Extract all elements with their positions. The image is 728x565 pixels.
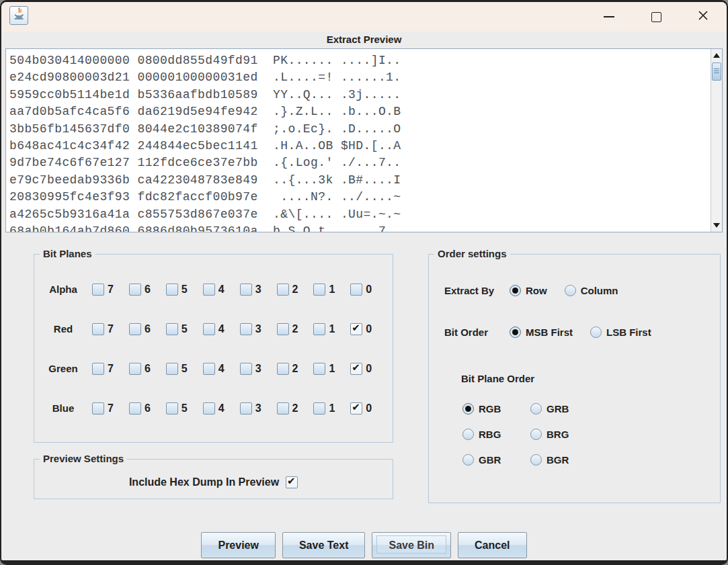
hexdump-area[interactable]: 504b030414000000 0800dd855d49fd91 PK....…: [5, 48, 723, 232]
include-hex-row: Include Hex Dump In Preview: [34, 474, 393, 490]
bitplane-checkbox-red-7[interactable]: [92, 323, 104, 335]
bitplane-checkbox-alpha-3[interactable]: [240, 284, 252, 296]
bitplane-checkbox-green-2[interactable]: [277, 363, 289, 375]
bitplane-item: 3: [240, 284, 261, 296]
bitplane-checkbox-alpha-4[interactable]: [203, 284, 215, 296]
bitplane-checkbox-alpha-5[interactable]: [166, 284, 178, 296]
bitplane-item: 0: [350, 284, 372, 296]
bitplane-item: 5: [166, 323, 188, 335]
bitplane-checkbox-blue-0[interactable]: [350, 402, 362, 415]
bitplane-checkbox-green-4[interactable]: [203, 363, 215, 375]
java-icon-button[interactable]: [9, 6, 28, 25]
bitplane-checkbox-green-1[interactable]: [313, 363, 325, 375]
bitplane-checkbox-green-0[interactable]: [350, 363, 362, 375]
bitplane-bit-label: 2: [292, 284, 298, 296]
bitplane-checkbox-alpha-0[interactable]: [350, 284, 362, 296]
radio-option-column[interactable]: Column: [565, 285, 618, 296]
bitplane-bit-label: 7: [108, 284, 114, 296]
radio-bgr[interactable]: [530, 454, 542, 466]
bitplane-item: 3: [240, 363, 261, 375]
bitplane-item: 6: [129, 284, 151, 296]
bitplane-checkbox-alpha-6[interactable]: [129, 284, 141, 296]
bitplane-checkbox-red-4[interactable]: [203, 323, 215, 335]
radio-option-rgb[interactable]: RGB: [462, 403, 513, 415]
radio-option-grb[interactable]: GRB: [530, 403, 569, 415]
radio-label-gbr: GBR: [479, 454, 501, 466]
bitplane-checkbox-blue-1[interactable]: [313, 402, 325, 415]
radio-option-gbr[interactable]: GBR: [462, 454, 513, 466]
bitplane-items: 76543210: [92, 363, 372, 375]
radio-msb-first[interactable]: [510, 327, 521, 338]
radio-brg[interactable]: [530, 429, 542, 440]
bitplane-bit-label: 2: [292, 363, 298, 375]
radio-rbg[interactable]: [462, 429, 474, 440]
bitplane-checkbox-red-5[interactable]: [166, 323, 178, 335]
bitplane-item: 5: [166, 402, 188, 415]
radio-column[interactable]: [565, 285, 576, 296]
radio-option-rbg[interactable]: RBG: [462, 429, 513, 440]
scrollbar-down-button[interactable]: [711, 220, 722, 231]
bitplane-items: 76543210: [92, 323, 372, 335]
radio-row[interactable]: [510, 285, 521, 296]
scrollbar-track[interactable]: [711, 49, 722, 232]
bitplane-checkbox-green-6[interactable]: [129, 363, 141, 375]
titlebar[interactable]: [1, 2, 727, 32]
bitplane-item: 0: [350, 402, 372, 415]
bitplane-bit-label: 0: [366, 284, 372, 296]
bitplane-checkbox-red-1[interactable]: [313, 323, 325, 335]
bitplane-bit-label: 5: [181, 323, 188, 335]
radio-label-row: Row: [526, 285, 547, 296]
cancel-button[interactable]: Cancel: [458, 532, 526, 558]
hexdump-line: a4265c5b9316a41a c855753d867e037e .&\[..…: [9, 206, 709, 223]
radio-label-rbg: RBG: [479, 429, 501, 440]
minimize-button[interactable]: [585, 2, 633, 32]
bitplane-checkbox-blue-3[interactable]: [240, 402, 252, 415]
bitplane-checkbox-alpha-1[interactable]: [313, 284, 325, 296]
bitplane-checkbox-blue-6[interactable]: [129, 402, 141, 415]
scrollbar-thumb[interactable]: [712, 62, 721, 81]
bitplane-checkbox-blue-7[interactable]: [92, 402, 104, 415]
bitplane-item: 1: [313, 402, 335, 415]
maximize-button[interactable]: [633, 2, 680, 32]
save-text-button[interactable]: Save Text: [282, 532, 366, 558]
bitplane-checkbox-red-0[interactable]: [350, 323, 362, 335]
bit-plane-order-options: RGBGRBRBGBRGGBRBGR: [462, 403, 586, 466]
bitplane-item: 1: [313, 363, 335, 375]
include-hex-label: Include Hex Dump In Preview: [129, 476, 279, 488]
hexdump-line: 9d7be74c6f67e127 112fdce6ce37e7bb .{.Log…: [9, 155, 709, 171]
bitplane-bit-label: 7: [108, 363, 114, 375]
radio-lsb-first[interactable]: [590, 327, 602, 338]
close-button[interactable]: [680, 2, 727, 32]
radio-option-bgr[interactable]: BGR: [530, 454, 569, 466]
radio-option-row[interactable]: Row: [510, 285, 547, 296]
include-hex-checkbox[interactable]: [286, 476, 298, 488]
bitplane-bit-label: 3: [255, 284, 261, 296]
hexdump-line: 5959cc0b5114be1d b5336aafbdb10589 YY..Q.…: [9, 87, 709, 103]
bitplane-channel-label: Blue: [34, 402, 92, 414]
radio-option-msb-first[interactable]: MSB First: [510, 327, 573, 338]
radio-grb[interactable]: [530, 403, 542, 415]
bitplane-checkbox-alpha-7[interactable]: [92, 284, 104, 296]
bitplane-checkbox-green-7[interactable]: [92, 363, 104, 375]
bitplane-checkbox-red-6[interactable]: [129, 323, 141, 335]
bitplane-checkbox-red-3[interactable]: [240, 323, 252, 335]
radio-option-brg[interactable]: BRG: [530, 429, 569, 440]
bitplane-checkbox-green-5[interactable]: [166, 363, 178, 375]
bitplane-checkbox-alpha-2[interactable]: [277, 284, 289, 296]
bitplane-item: 2: [277, 284, 298, 296]
save-bin-button[interactable]: Save Bin: [372, 532, 451, 558]
button-label: Cancel: [475, 539, 510, 551]
radio-gbr[interactable]: [462, 454, 474, 466]
bitplane-checkbox-blue-4[interactable]: [203, 402, 215, 415]
radio-option-lsb-first[interactable]: LSB First: [590, 327, 651, 338]
radio-rgb[interactable]: [462, 403, 474, 415]
scrollbar-up-button[interactable]: [711, 50, 722, 61]
bit-order-label: Bit Order: [444, 327, 510, 338]
bitplane-checkbox-blue-5[interactable]: [166, 402, 178, 415]
radio-label-column: Column: [581, 285, 618, 296]
bitplane-checkbox-green-3[interactable]: [240, 363, 252, 375]
bitplane-checkbox-red-2[interactable]: [277, 323, 289, 335]
preview-button[interactable]: Preview: [201, 532, 275, 558]
bitplane-bit-label: 3: [255, 323, 261, 335]
bitplane-checkbox-blue-2[interactable]: [277, 402, 289, 415]
